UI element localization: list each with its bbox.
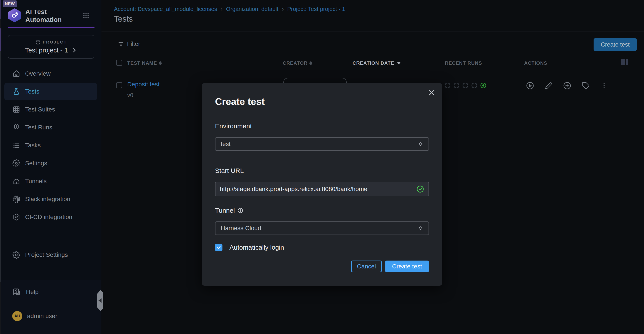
tunnel-icon [12,177,20,185]
environment-select[interactable]: test [215,137,429,151]
sidebar-item-settings[interactable]: Settings [4,154,97,172]
edit-icon[interactable] [545,82,552,89]
sort-icons [159,61,162,65]
gear-icon [12,251,20,259]
run-status-dot-passed[interactable] [480,83,486,88]
header-divider [102,31,644,32]
sidebar-item-help[interactable]: Help [12,288,39,296]
add-icon[interactable] [563,82,571,90]
column-creator[interactable]: CREATOR [283,60,312,66]
run-status-dot[interactable] [445,83,450,88]
filter-label: Filter [127,41,140,47]
run-status-dot[interactable] [454,83,459,88]
slack-icon [12,195,20,203]
run-test-icon[interactable] [526,82,534,90]
nav-label: Settings [25,160,47,167]
nav-label: Tests [25,88,39,95]
sidebar: NEW AI Test Automation PROJECT [0,0,101,334]
sidebar-item-test-runs[interactable]: Test Runs [4,119,97,136]
auto-login-row: Automatically login [215,244,284,251]
help-chat-icon [12,288,21,296]
row-checkbox[interactable] [116,82,122,88]
sidebar-item-cicd-integration[interactable]: CI-CD integration [4,208,97,226]
create-test-button-toolbar[interactable]: Create test [594,38,637,51]
sidebar-divider [4,274,97,274]
collapse-arrow-icon [98,298,102,303]
sidebar-item-tasks[interactable]: Tasks [4,137,97,154]
auto-login-checkbox[interactable] [215,244,222,251]
sidebar-item-project-settings[interactable]: Project Settings [4,246,97,264]
project-selector[interactable]: PROJECT Test project - 1 [8,35,94,59]
filter-icon [118,41,124,47]
recent-runs [445,83,486,88]
close-icon[interactable] [428,89,436,97]
list-icon [12,141,20,149]
sidebar-nav: Overview Tests Test Suites [0,65,101,226]
modal-title: Create test [215,96,264,107]
breadcrumb: Account: Devspace_all_module_licenses › … [114,6,345,13]
project-name: Test project - 1 [25,47,68,54]
gear-icon [12,159,20,167]
apps-grid-icon[interactable] [82,12,90,19]
select-chevrons-icon [418,225,423,231]
sidebar-item-test-suites[interactable]: Test Suites [4,101,97,118]
nav-label: Help [26,288,39,295]
breadcrumb-account[interactable]: Account: Devspace_all_module_licenses [114,6,217,13]
filter-button[interactable]: Filter [118,41,140,47]
page-title: Tests [114,15,133,24]
environment-label: Environment [215,122,252,130]
start-url-label: Start URL [215,167,244,175]
breadcrumb-separator: › [221,6,223,13]
start-url-input[interactable] [220,186,414,193]
auto-login-label: Automatically login [230,244,284,251]
sidebar-collapse-handle[interactable] [97,290,103,311]
left-scrollbar[interactable] [0,0,1,334]
select-chevrons-icon [418,141,423,147]
table-header: TEST NAME CREATOR CREATION DATE RECENT R… [102,59,644,67]
flask-icon [12,88,20,96]
brand-rule [8,27,94,28]
create-test-submit-button[interactable]: Create test [385,261,429,272]
cicd-link-icon [12,213,20,221]
tunnel-select[interactable]: Harness Cloud [215,221,429,235]
sidebar-item-tests[interactable]: Tests [4,83,97,100]
nav-label: Tasks [25,142,41,149]
nav-label: CI-CD integration [25,214,72,221]
breadcrumb-organization[interactable]: Organization: default [226,6,278,13]
nav-label: Test Suites [25,106,55,113]
tag-icon[interactable] [582,82,590,90]
sidebar-item-slack-integration[interactable]: Slack integration [4,190,97,208]
sidebar-item-overview[interactable]: Overview [4,65,97,82]
project-label: PROJECT [43,40,67,45]
nav-label: Test Runs [25,124,52,131]
app-logo [8,8,21,22]
run-status-dot[interactable] [462,83,468,88]
url-valid-check-icon [416,185,424,193]
tunnel-label: Tunnel [215,207,243,214]
cancel-button[interactable]: Cancel [351,261,382,272]
nav-label: Slack integration [25,196,70,203]
nav-label: Tunnels [25,178,47,185]
select-all-checkbox[interactable] [116,60,122,66]
sidebar-divider [4,239,97,239]
sidebar-item-tunnels[interactable]: Tunnels [4,173,97,190]
test-version: v0 [127,92,133,99]
column-actions: ACTIONS [524,60,547,66]
test-name-link[interactable]: Deposit test [127,81,160,88]
user-menu[interactable]: AU admin user [12,311,58,321]
robot-arm-icon [11,11,18,19]
new-badge: NEW [2,1,17,7]
breadcrumb-project[interactable]: Project: Test project - 1 [287,6,345,13]
user-name: admin user [27,312,58,319]
more-menu-icon[interactable] [600,82,608,89]
tunnel-value: Harness Cloud [221,225,261,232]
column-test-name[interactable]: TEST NAME [127,60,162,66]
sort-icons [309,61,312,65]
nav-label: Overview [25,70,51,77]
column-creation-date[interactable]: CREATION DATE [352,60,401,66]
app-title: AI Test Automation [25,8,69,24]
avatar: AU [12,311,22,321]
columns-settings-icon[interactable] [621,59,628,65]
run-status-dot[interactable] [472,83,477,88]
info-icon[interactable] [238,208,243,213]
